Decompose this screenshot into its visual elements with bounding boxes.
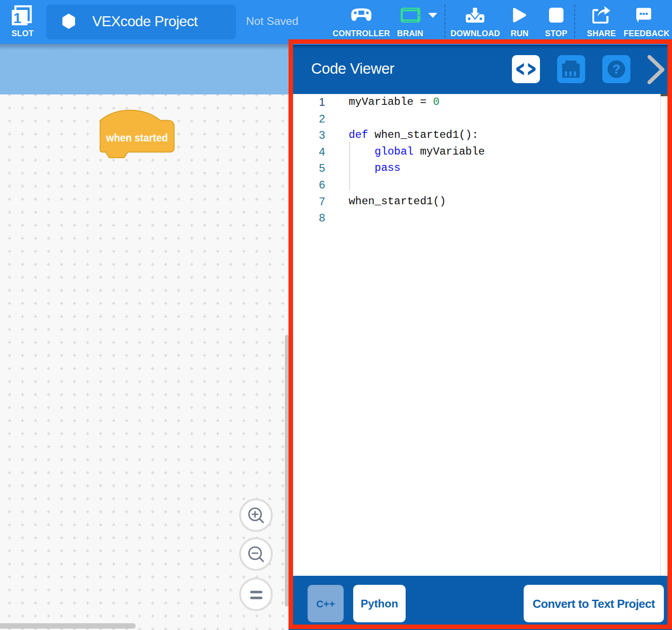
svg-text:1: 1 [14,10,22,26]
svg-text:when started: when started [106,132,168,144]
